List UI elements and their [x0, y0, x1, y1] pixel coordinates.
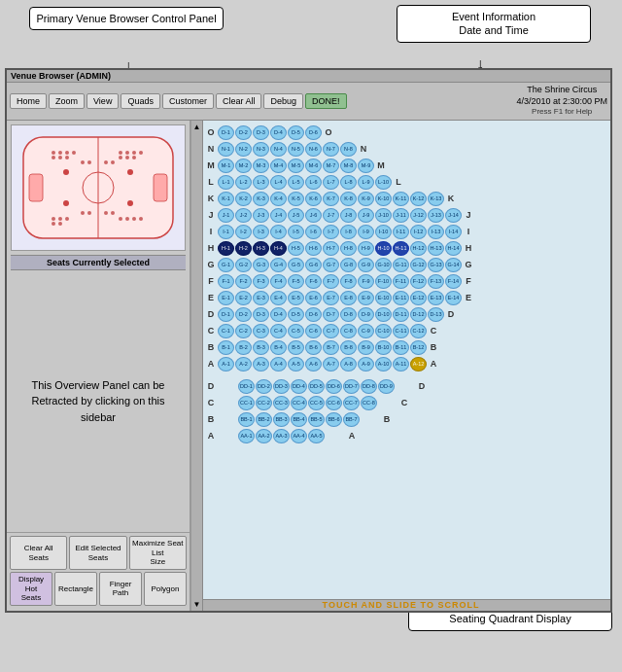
scroll-up-arrow[interactable]: ▲ [193, 123, 201, 131]
seat[interactable]: C-7 [323, 324, 339, 338]
seat-lower[interactable]: DD-1 [238, 379, 255, 394]
scroll-down-arrow[interactable]: ▼ [193, 600, 201, 609]
seat[interactable]: G-6 [305, 258, 322, 272]
seat[interactable]: A-7 [323, 357, 339, 371]
seat[interactable]: I-11 [393, 225, 409, 239]
seat[interactable]: D-6 [305, 125, 322, 140]
seat[interactable]: M-7 [323, 159, 339, 173]
seat[interactable]: F-1 [218, 274, 234, 289]
seat[interactable]: N-1 [218, 142, 234, 157]
seat[interactable]: D-5 [288, 307, 304, 322]
seat[interactable]: L-10 [375, 175, 392, 190]
seat[interactable]: H-12 [410, 241, 427, 256]
quads-button[interactable]: Quads [121, 93, 160, 109]
seat[interactable]: I-9 [358, 225, 374, 239]
seat[interactable]: H-6 [305, 241, 322, 256]
seat-lower[interactable]: CC-3 [273, 396, 290, 410]
seat[interactable]: N-7 [323, 142, 339, 157]
seat[interactable]: F-13 [428, 274, 444, 289]
seat[interactable]: K-7 [323, 192, 339, 206]
seat[interactable]: E-2 [235, 291, 252, 305]
seat[interactable]: E-14 [445, 291, 462, 305]
seat[interactable]: B-8 [340, 340, 357, 355]
seat[interactable]: F-9 [358, 274, 374, 289]
seat[interactable]: D-9 [358, 307, 374, 322]
seat[interactable]: A-6 [305, 357, 322, 371]
seat[interactable]: G-10 [375, 258, 392, 272]
seat[interactable]: L-1 [218, 175, 234, 190]
seat[interactable]: K-6 [305, 192, 322, 206]
seat-lower[interactable]: BB-7 [343, 412, 360, 427]
seat[interactable]: A-5 [288, 357, 304, 371]
seat[interactable]: K-4 [270, 192, 287, 206]
seat[interactable]: C-8 [340, 324, 357, 338]
seat[interactable]: N-3 [253, 142, 269, 157]
zoom-button[interactable]: Zoom [49, 93, 85, 109]
seat[interactable]: I-8 [340, 225, 357, 239]
seat[interactable]: F-6 [305, 274, 322, 289]
seat[interactable]: I-3 [253, 225, 269, 239]
seat[interactable]: F-12 [410, 274, 427, 289]
seat[interactable]: L-8 [340, 175, 357, 190]
seat[interactable]: D-3 [253, 125, 269, 140]
customer-button[interactable]: Customer [162, 93, 214, 109]
seat-lower[interactable]: DD-3 [273, 379, 290, 394]
seat[interactable]: L-4 [270, 175, 287, 190]
seat[interactable]: K-2 [235, 192, 252, 206]
seat[interactable]: I-12 [410, 225, 427, 239]
seat[interactable]: E-11 [393, 291, 409, 305]
seat[interactable]: A-11 [393, 357, 409, 371]
seat[interactable]: K-9 [358, 192, 374, 206]
seat[interactable]: C-4 [270, 324, 287, 338]
seat[interactable]: D-4 [270, 307, 287, 322]
done-button[interactable]: DONE! [305, 93, 347, 109]
seat-lower[interactable]: DD-7 [343, 379, 360, 394]
seat[interactable]: D-2 [235, 125, 252, 140]
seat[interactable]: F-14 [445, 274, 462, 289]
seat[interactable]: E-13 [428, 291, 444, 305]
rectangle-button[interactable]: Rectangle [54, 572, 97, 606]
seat[interactable]: I-13 [428, 225, 444, 239]
seat[interactable]: E-4 [270, 291, 287, 305]
seat[interactable]: G-11 [393, 258, 409, 272]
seat[interactable]: J-3 [253, 208, 269, 223]
seat-lower[interactable]: BB-3 [273, 412, 290, 427]
seat-lower[interactable]: BB-2 [256, 412, 272, 427]
debug-button[interactable]: Debug [263, 93, 303, 109]
seat[interactable]: B-5 [288, 340, 304, 355]
seat[interactable]: G-7 [323, 258, 339, 272]
seat-lower[interactable]: AA-1 [238, 429, 255, 443]
seat[interactable]: H-13 [428, 241, 444, 256]
seat[interactable]: G-14 [445, 258, 462, 272]
seat[interactable]: G-5 [288, 258, 304, 272]
seat[interactable]: D-11 [393, 307, 409, 322]
seat[interactable]: B-3 [253, 340, 269, 355]
seat[interactable]: L-3 [253, 175, 269, 190]
seat[interactable]: J-11 [393, 208, 409, 223]
home-button[interactable]: Home [10, 93, 47, 109]
seat[interactable]: B-9 [358, 340, 374, 355]
seat[interactable]: D-8 [340, 307, 357, 322]
seat[interactable]: K-5 [288, 192, 304, 206]
seat[interactable]: H-1 [218, 241, 234, 256]
seat[interactable]: J-7 [323, 208, 339, 223]
seat-lower[interactable]: DD-9 [378, 379, 395, 394]
seat[interactable]: K-8 [340, 192, 357, 206]
seat[interactable]: A-9 [358, 357, 374, 371]
seat[interactable]: C-10 [375, 324, 392, 338]
seat[interactable]: D-3 [253, 307, 269, 322]
seat[interactable]: K-13 [428, 192, 444, 206]
seat[interactable]: L-7 [323, 175, 339, 190]
seat[interactable]: D-5 [288, 125, 304, 140]
seat[interactable]: J-9 [358, 208, 374, 223]
seat[interactable]: F-11 [393, 274, 409, 289]
seat[interactable]: A-8 [340, 357, 357, 371]
seat[interactable]: J-10 [375, 208, 392, 223]
seat[interactable]: F-2 [235, 274, 252, 289]
seat[interactable]: M-2 [235, 159, 252, 173]
seat[interactable]: D-7 [323, 307, 339, 322]
view-button[interactable]: View [86, 93, 119, 109]
seat[interactable]: G-12 [410, 258, 427, 272]
seat[interactable]: F-8 [340, 274, 357, 289]
seat[interactable]: J-14 [445, 208, 462, 223]
